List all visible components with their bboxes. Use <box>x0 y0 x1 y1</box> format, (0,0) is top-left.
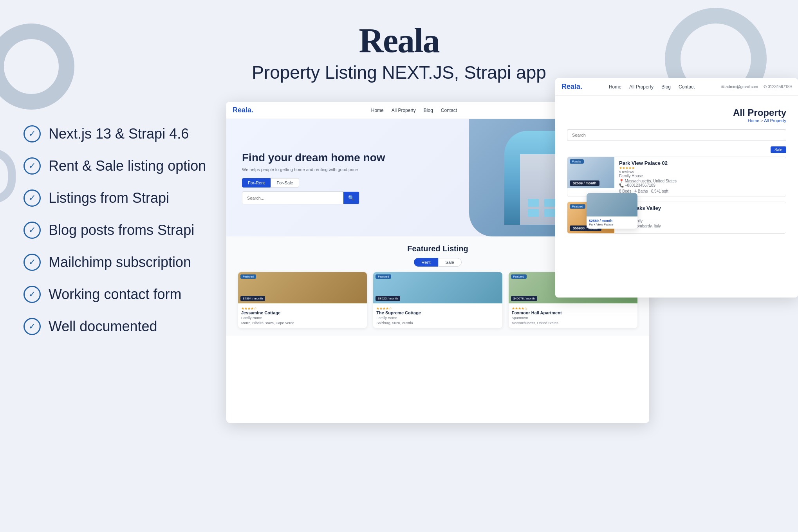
breadcrumb: Home > All Property <box>567 118 786 123</box>
sec-phone: ✆ 01234567189 <box>764 85 792 89</box>
prop-featured-badge-1: Featured <box>240 274 256 279</box>
feature-label-7: Well documented <box>49 318 157 335</box>
sec-nav-all-property[interactable]: All Property <box>629 84 654 90</box>
hero-title: Find your dream home now <box>242 151 385 164</box>
nav-link-home[interactable]: Home <box>371 108 384 113</box>
check-icon-1: ✓ <box>23 125 41 142</box>
feature-item-6: ✓ Working contact form <box>23 286 206 303</box>
hero-card-info: $2589 / month Park View Palace <box>587 216 637 229</box>
prop-name-2: The Supreme Cottage <box>376 310 499 315</box>
listing-row-1[interactable]: Popular $2589 / month Park View Palace 0… <box>567 157 786 197</box>
property-card-2[interactable]: Featured $8523 / month ★★★★☆ The Supreme… <box>373 272 502 328</box>
sale-badge-filter[interactable]: Sale <box>771 146 786 153</box>
browser-logo: Reala. <box>233 106 253 114</box>
property-card-1[interactable]: Featured $7894 / month ★★★★☆ Jessamine C… <box>238 272 367 328</box>
tab-for-rent[interactable]: For-Rent <box>242 178 271 188</box>
listing-reviews-1: 5 reviews <box>619 170 781 174</box>
prop-name-3: Foxmoor Hall Apartment <box>512 310 634 315</box>
prop-card-body-3: ★★★★☆ Foxmoor Hall Apartment Apartment M… <box>509 303 637 328</box>
listing-loc-2: 📍 Lodi, Lombardy, Italy <box>619 224 781 228</box>
popular-badge-1: Popular <box>570 159 584 164</box>
tab-for-sale[interactable]: For-Sale <box>271 178 299 188</box>
nav-link-all-property[interactable]: All Property <box>392 108 416 113</box>
check-icon-6: ✓ <box>23 286 41 303</box>
prop-type-1: Family Home <box>241 316 364 320</box>
hero-card-price: $2589 / month <box>589 219 635 223</box>
prop-stars-3: ★★★★☆ <box>512 307 634 310</box>
prop-card-img-1: Featured $7894 / month <box>238 272 367 303</box>
prop-loc-2: Salzburg, 5020, Austria <box>376 321 499 325</box>
nav-link-blog[interactable]: Blog <box>424 108 433 113</box>
screenshots-area: Reala. Home All Property Blog Contact ✉ … <box>226 78 798 532</box>
feature-label-1: Next.js 13 & Strapi 4.6 <box>49 126 189 142</box>
check-icon-3: ✓ <box>23 189 41 207</box>
hero-search-bar: 🔍 <box>242 191 359 204</box>
browser-secondary: Reala. Home All Property Blog Contact ✉ … <box>555 78 798 298</box>
browser-secondary-nav-links: Home All Property Blog Contact <box>609 84 695 90</box>
sec-email: ✉ admin@gmail.com <box>721 85 758 89</box>
search-field <box>567 129 786 141</box>
prop-price-badge-3: $45678 / month <box>511 296 538 301</box>
page-header: Reala Property Listing NEXT.JS, Strapi a… <box>0 0 798 91</box>
listing-phone-1: 📞 +8801234567189 <box>619 183 781 188</box>
hero-tabs: For-Rent For-Sale <box>242 178 385 188</box>
browser-secondary-nav: Reala. Home All Property Blog Contact ✉ … <box>555 78 798 96</box>
hero-card-image <box>587 193 637 216</box>
prop-loc-3: Massachusetts, United States <box>512 321 634 325</box>
featured-tab-sale[interactable]: Sale <box>438 258 462 267</box>
prop-price-badge-1: $7894 / month <box>240 296 265 301</box>
prop-price-badge-2: $8523 / month <box>376 296 400 301</box>
hero-search-button[interactable]: 🔍 <box>343 192 359 204</box>
sec-nav-blog[interactable]: Blog <box>661 84 671 90</box>
feature-item-7: ✓ Well documented <box>23 318 206 335</box>
features-list: ✓ Next.js 13 & Strapi 4.6 ✓ Rent & Sale … <box>23 125 206 350</box>
sec-nav-home[interactable]: Home <box>609 84 621 90</box>
listing-price-1: $2589 / month <box>570 180 599 186</box>
prop-loc-1: Morro, Ribeira Brava, Cape Verde <box>241 321 364 325</box>
prop-card-img-2: Featured $8523 / month <box>373 272 502 303</box>
feature-label-3: Listings from Strapi <box>49 190 169 206</box>
nav-link-contact[interactable]: Contact <box>441 108 457 113</box>
all-property-title: All Property <box>567 107 786 118</box>
listing-name-2: Little Oaks Valley <box>619 205 781 211</box>
browser-secondary-nav-right: ✉ admin@gmail.com ✆ 01234567189 <box>721 85 792 89</box>
prop-stars-2: ★★★★☆ <box>376 307 499 310</box>
listing-img-1: Popular $2589 / month <box>567 157 614 188</box>
feature-label-4: Blog posts froms Strapi <box>49 222 194 238</box>
feature-label-5: Mailchimp subscription <box>49 254 191 271</box>
breadcrumb-home[interactable]: Home <box>748 118 759 123</box>
prop-featured-badge-3: Featured <box>511 274 527 279</box>
listing-name-1: Park View Palace 02 <box>619 160 781 166</box>
sec-nav-contact[interactable]: Contact <box>679 84 695 90</box>
listing-type-2: Single Family <box>619 219 781 223</box>
listing-stars-1: ★★★★★ <box>619 166 781 170</box>
prop-type-2: Family Home <box>376 316 499 320</box>
prop-featured-badge-2: Featured <box>376 274 391 279</box>
hero-card-name: Park View Palace <box>589 223 635 226</box>
listing-info-1: Park View Palace 02 ★★★★★ 5 reviews Fami… <box>614 157 786 197</box>
check-icon-2: ✓ <box>23 157 41 175</box>
prop-card-body-1: ★★★★☆ Jessamine Cottage Family Home Morr… <box>238 303 367 328</box>
check-icon-4: ✓ <box>23 222 41 239</box>
hero-search-input[interactable] <box>242 193 343 204</box>
hero-card-overlay: $2589 / month Park View Palace <box>587 193 637 229</box>
all-property-search-input[interactable] <box>567 129 786 141</box>
listing-info-2: Little Oaks Valley ★★★★☆ 5 reviews Singl… <box>614 202 786 233</box>
feature-item-2: ✓ Rent & Sale listing option <box>23 157 206 175</box>
listing-loc-1: 📍 Massachusetts, United States <box>619 179 781 183</box>
feature-item-3: ✓ Listings from Strapi <box>23 189 206 207</box>
browser-secondary-logo: Reala. <box>561 83 582 91</box>
feature-item-5: ✓ Mailchimp subscription <box>23 254 206 271</box>
hero-text: Find your dream home now We helps people… <box>242 151 385 205</box>
featured-tab-rent[interactable]: Rent <box>414 258 438 267</box>
page-title: Reala <box>8 23 790 58</box>
listing-stars-2: ★★★★☆ <box>619 211 781 215</box>
feature-item-1: ✓ Next.js 13 & Strapi 4.6 <box>23 125 206 142</box>
listing-reviews-2: 5 reviews <box>619 215 781 219</box>
prop-stars-1: ★★★★☆ <box>241 307 364 310</box>
prop-type-3: Apartment <box>512 316 634 320</box>
browser-nav-links: Home All Property Blog Contact <box>371 108 457 113</box>
check-icon-7: ✓ <box>23 318 41 335</box>
listing-stats-1: 8 Beds 4 Baths 6,541 sqft <box>619 189 781 193</box>
feature-label-2: Rent & Sale listing option <box>49 158 206 174</box>
